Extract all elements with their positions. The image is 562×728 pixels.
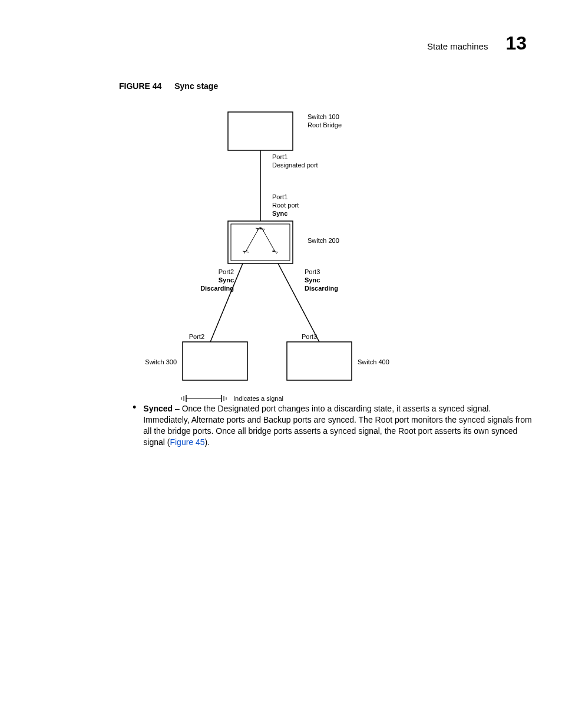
bullet-item: • Synced – Once the Designated port chan… (133, 403, 533, 448)
header-section: State machines (427, 41, 488, 51)
svg-rect-3 (231, 224, 290, 261)
figure-label: FIGURE 44 Sync stage (119, 81, 218, 91)
port3-mid-line2: Sync (305, 276, 320, 284)
switch-100-line2: Root Bridge (308, 121, 342, 129)
figure-caption: Sync stage (174, 81, 218, 91)
switch-200-label: Switch 200 (308, 237, 339, 244)
port3-mid-line1: Port3 (305, 268, 320, 275)
svg-rect-0 (228, 112, 293, 150)
switch-100-line1: Switch 100 (308, 113, 339, 120)
port2-bottom-label: Port2 (189, 333, 204, 340)
port1-root-line3: Sync (272, 210, 287, 217)
port3-mid-line3: Discarding (305, 285, 338, 292)
svg-rect-16 (183, 342, 247, 380)
port1-root-line1: Port1 (272, 193, 287, 200)
figure-45-link[interactable]: Figure 45 (170, 437, 204, 447)
legend: Indicates a signal (180, 395, 283, 402)
switch-400-label: Switch 400 (358, 358, 389, 365)
port1-root-line2: Root port (272, 202, 299, 209)
sync-stage-diagram: Switch 100 Root Bridge Port1 Designated … (119, 106, 425, 413)
svg-rect-2 (228, 221, 293, 263)
port1-designated-line2: Designated port (272, 162, 318, 169)
svg-line-4 (246, 229, 259, 252)
bullet-body-2: ). (205, 437, 210, 447)
bullet-lead: Synced (143, 404, 173, 413)
switch-300-label: Switch 300 (145, 358, 177, 365)
signal-legend-icon (180, 395, 227, 402)
bullet-marker: • (133, 403, 136, 448)
port3-bottom-label: Port3 (302, 333, 317, 340)
figure-number: FIGURE 44 (119, 81, 161, 91)
port1-designated-line1: Port1 (272, 153, 287, 160)
port2-mid-line2: Sync (219, 276, 234, 284)
page-header: State machines 13 (427, 32, 527, 54)
svg-rect-17 (287, 342, 352, 380)
legend-text: Indicates a signal (233, 395, 283, 402)
bullet-text: Synced – Once the Designated port change… (143, 403, 533, 448)
svg-line-9 (262, 229, 275, 252)
header-chapter-number: 13 (505, 32, 527, 54)
port2-mid-line1: Port2 (219, 268, 234, 275)
port2-mid-line3: Discarding (200, 285, 234, 292)
